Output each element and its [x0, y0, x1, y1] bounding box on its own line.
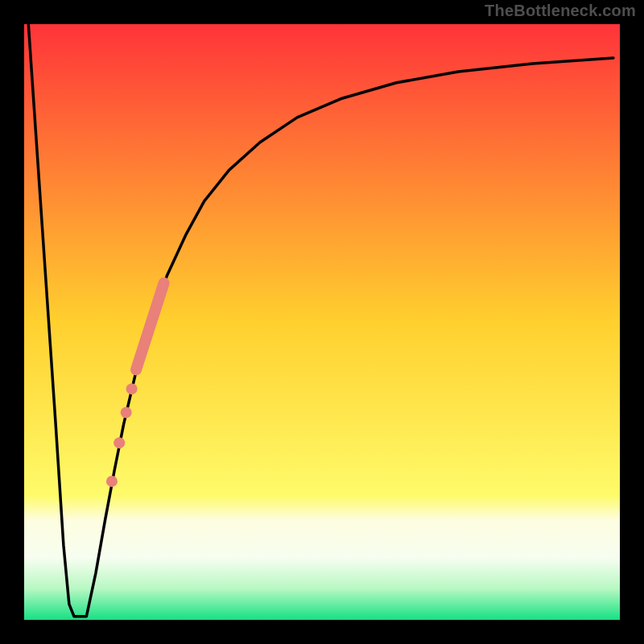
highlight-dot — [121, 407, 132, 418]
highlight-dot — [106, 476, 118, 487]
highlight-dot — [126, 383, 138, 394]
gradient-background — [12, 12, 632, 632]
chart-canvas — [0, 0, 644, 644]
highlight-dot — [114, 437, 125, 448]
bottleneck-chart: TheBottleneck.com — [0, 0, 644, 644]
watermark-text: TheBottleneck.com — [485, 2, 636, 20]
